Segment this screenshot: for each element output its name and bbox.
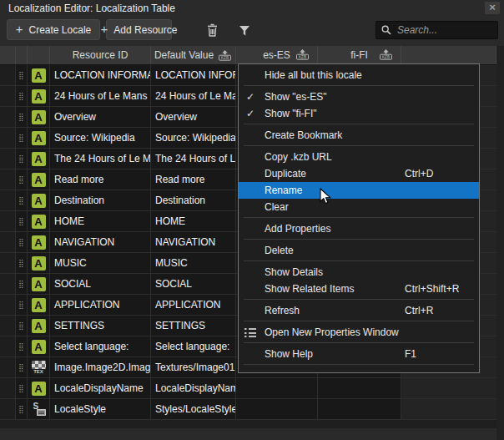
- drag-handle[interactable]: ⣿: [16, 128, 28, 149]
- resource-id-cell[interactable]: Select language:: [50, 336, 151, 357]
- resource-id-cell[interactable]: 24 Hours of Le Mans: [50, 86, 151, 107]
- default-value-cell[interactable]: Textures/Image01: [151, 357, 236, 378]
- resource-id-cell[interactable]: SOCIAL: [50, 274, 151, 295]
- resource-id-cell[interactable]: LocaleDisplayName: [50, 378, 151, 399]
- drag-handle[interactable]: ⣿: [16, 107, 28, 128]
- default-value-cell[interactable]: The 24 Hours of Le M: [151, 149, 236, 169]
- resource-id-cell[interactable]: LOCATION INFORMAT: [50, 65, 151, 86]
- resource-id-cell[interactable]: APPLICATION: [50, 295, 151, 316]
- menu-item[interactable]: Duplicate Ctrl+D: [239, 165, 479, 182]
- fi-fi-cell[interactable]: [318, 399, 401, 420]
- drag-handle[interactable]: ⣿: [16, 295, 28, 316]
- resource-type-icon-cell: A: [28, 65, 50, 86]
- drag-handle[interactable]: ⣿: [16, 65, 28, 86]
- menu-item-label: Delete: [265, 245, 294, 256]
- fi-fi-cell[interactable]: [318, 378, 401, 399]
- add-resource-button[interactable]: + Add Resource: [106, 19, 172, 40]
- default-value-cell[interactable]: Overview: [151, 107, 236, 128]
- resource-type-icon-cell: A: [28, 232, 50, 253]
- menu-item[interactable]: Rename: [239, 182, 479, 199]
- row-gutter: [0, 169, 16, 190]
- create-locale-button[interactable]: + Create Locale: [7, 19, 100, 40]
- column-header-resource-id[interactable]: Resource ID: [50, 46, 151, 64]
- menu-item[interactable]: ✓ Show "fi-FI": [239, 105, 479, 122]
- default-value-cell[interactable]: HOME: [151, 211, 236, 232]
- menu-item[interactable]: Add Properties: [239, 220, 479, 237]
- default-value-cell[interactable]: 24 Hours of Le Mans: [151, 86, 236, 107]
- menu-item[interactable]: Create Bookmark: [239, 127, 479, 144]
- menu-separator: [244, 85, 474, 86]
- menu-item[interactable]: ✓ Show "es-ES": [239, 89, 479, 105]
- default-value-cell[interactable]: MUSIC: [151, 253, 236, 274]
- default-value-cell[interactable]: NAVIGATION: [151, 232, 236, 253]
- drag-handle[interactable]: ⣿: [16, 253, 28, 274]
- menu-item[interactable]: Copy .kzb URL: [239, 149, 479, 165]
- column-header-default-value[interactable]: Default Value KZB: [151, 46, 236, 64]
- resource-id-cell[interactable]: MUSIC: [50, 253, 151, 274]
- texture-resource-icon: TEX: [32, 361, 46, 375]
- table-row[interactable]: ⣿ A LocaleDisplayName LocaleDisplayName: [0, 378, 496, 399]
- drag-handle[interactable]: ⣿: [16, 190, 28, 211]
- drag-handle[interactable]: ⣿: [16, 378, 28, 399]
- close-button[interactable]: ×: [485, 2, 500, 14]
- drag-handle[interactable]: ⣿: [16, 357, 28, 378]
- column-header-es-es[interactable]: es-ES KZB: [236, 46, 318, 64]
- column-header-label: Resource ID: [73, 49, 129, 61]
- default-value-cell[interactable]: LocaleDisplayName: [151, 378, 236, 399]
- resource-id-cell[interactable]: Overview: [50, 107, 151, 128]
- drag-handle[interactable]: ⣿: [16, 316, 28, 336]
- default-value-cell[interactable]: Read more: [151, 169, 236, 190]
- default-value-cell[interactable]: Source: Wikipedia: [151, 128, 236, 149]
- menu-item[interactable]: Delete: [239, 242, 479, 259]
- row-gutter: [0, 378, 16, 399]
- row-gutter: [0, 399, 16, 420]
- menu-item[interactable]: Open New Properties Window: [239, 324, 479, 341]
- drag-handle[interactable]: ⣿: [16, 274, 28, 295]
- menu-item[interactable]: Refresh Ctrl+R: [239, 302, 479, 319]
- menu-item[interactable]: Show Help F1: [239, 346, 479, 362]
- menu-item[interactable]: Show Details: [239, 264, 479, 281]
- resource-id-cell[interactable]: Destination: [50, 190, 151, 211]
- table-row[interactable]: ⣿ S LocaleStyle Styles/LocaleStyle: [0, 399, 496, 420]
- resource-id-cell[interactable]: HOME: [50, 211, 151, 232]
- default-value-cell[interactable]: Select language:: [151, 336, 236, 357]
- delete-button[interactable]: [202, 21, 222, 39]
- horizontal-scrollbar[interactable]: [0, 428, 504, 440]
- menu-item[interactable]: Hide all but this locale: [239, 67, 479, 83]
- es-es-cell[interactable]: [236, 399, 318, 420]
- default-value-cell[interactable]: APPLICATION: [151, 295, 236, 316]
- drag-handle[interactable]: ⣿: [16, 149, 28, 169]
- resource-id-cell[interactable]: Source: Wikipedia: [50, 128, 151, 149]
- resource-id-cell[interactable]: SETTINGS: [50, 316, 151, 336]
- resource-id-cell[interactable]: NAVIGATION: [50, 232, 151, 253]
- resource-id-cell[interactable]: Read more: [50, 169, 151, 190]
- drag-handle[interactable]: ⣿: [16, 169, 28, 190]
- default-value-cell[interactable]: LOCATION INFORMAT: [151, 65, 236, 86]
- drag-dots-icon: ⣿: [18, 385, 24, 392]
- default-value-cell[interactable]: Destination: [151, 190, 236, 211]
- row-gutter: [0, 86, 16, 107]
- drag-handle[interactable]: ⣿: [16, 211, 28, 232]
- default-value-cell[interactable]: Styles/LocaleStyle: [151, 399, 236, 420]
- header-icon-column: [28, 46, 50, 64]
- row-gutter: [0, 190, 16, 211]
- drag-handle[interactable]: ⣿: [16, 232, 28, 253]
- menu-item[interactable]: Show Related Items Ctrl+Shift+R: [239, 281, 479, 297]
- es-es-cell[interactable]: [236, 378, 318, 399]
- default-value-cell[interactable]: SETTINGS: [151, 316, 236, 336]
- drag-handle[interactable]: ⣿: [16, 86, 28, 107]
- drag-handle[interactable]: ⣿: [16, 399, 28, 420]
- filter-button[interactable]: [234, 21, 255, 39]
- drag-handle[interactable]: ⣿: [16, 336, 28, 357]
- column-header-fi-fi[interactable]: fi-FI KZB: [318, 46, 401, 64]
- search-input[interactable]: [396, 23, 492, 37]
- menu-item-shortcut: Ctrl+R: [405, 305, 433, 316]
- menu-item-label: Show Details: [265, 266, 323, 278]
- drag-dots-icon: ⣿: [18, 218, 24, 225]
- menu-item[interactable]: Clear: [239, 199, 479, 215]
- row-gutter: [0, 149, 16, 169]
- resource-id-cell[interactable]: LocaleStyle: [50, 399, 151, 420]
- resource-id-cell[interactable]: The 24 Hours of Le M: [50, 149, 151, 169]
- default-value-cell[interactable]: SOCIAL: [151, 274, 236, 295]
- resource-id-cell[interactable]: Image.Image2D.Imag: [50, 357, 151, 378]
